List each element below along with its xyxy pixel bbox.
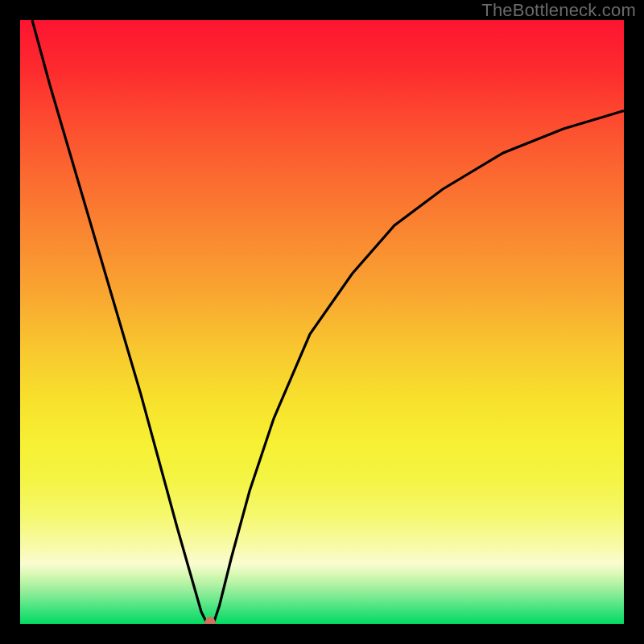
watermark-text: TheBottleneck.com — [481, 0, 636, 21]
chart-area — [20, 20, 624, 624]
bottleneck-curve — [32, 20, 624, 624]
frame: TheBottleneck.com — [0, 0, 644, 644]
chart-curve-svg — [20, 20, 624, 624]
